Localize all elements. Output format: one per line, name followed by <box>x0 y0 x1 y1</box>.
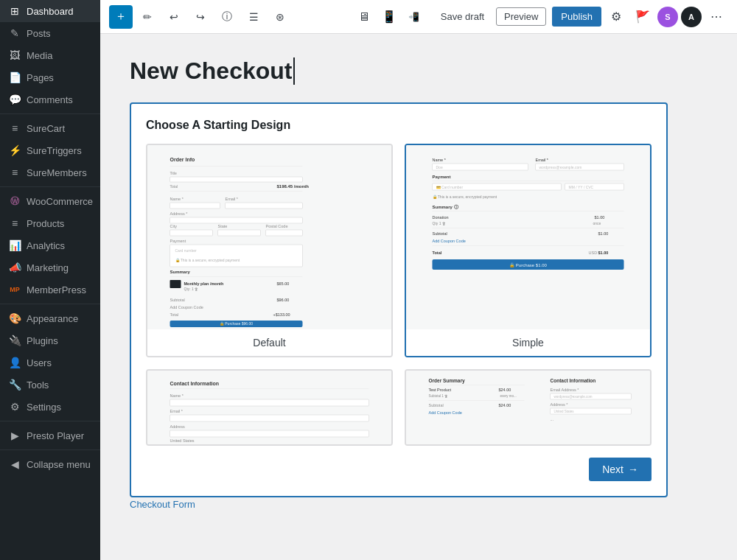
sidebar-item-suremembers[interactable]: ≡ SureMembers <box>0 161 100 183</box>
settings-panel-button[interactable]: ⚙ <box>604 5 628 29</box>
sidebar-item-appearance[interactable]: 🎨 Appearance <box>0 307 100 329</box>
redo-button[interactable]: ↪ <box>189 5 212 29</box>
svg-text:Order Info: Order Info <box>170 157 195 162</box>
sidebar-item-analytics[interactable]: 📊 Analytics <box>0 234 100 256</box>
publish-button[interactable]: Publish <box>552 7 601 27</box>
design-card-simple[interactable]: Name * Email * Doe wordpress@example.com… <box>405 144 652 357</box>
flag-icon: 🚩 <box>635 10 650 24</box>
undo-icon: ↩ <box>170 11 178 23</box>
pages-icon: 📄 <box>9 71 21 83</box>
sidebar-item-tools[interactable]: 🔧 Tools <box>0 374 100 396</box>
svg-text:Address: Address <box>170 424 185 429</box>
sidebar-item-presto-player[interactable]: ▶ Presto Player <box>0 424 100 447</box>
edit-mode-button[interactable]: ✏ <box>136 5 159 29</box>
sidebar-item-marketing[interactable]: 📣 Marketing <box>0 256 100 279</box>
tablet-icon: 📱 <box>382 10 397 24</box>
pattern-button[interactable]: ⊛ <box>268 5 292 29</box>
svg-text:Subtotal: Subtotal <box>433 231 447 236</box>
svg-rect-85 <box>429 400 525 401</box>
svg-rect-4 <box>170 177 303 182</box>
suretriggers-icon: ⚡ <box>9 144 21 156</box>
design-chooser-title: Choose A Starting Design <box>146 119 652 132</box>
svg-text:$1.00: $1.00 <box>595 215 605 220</box>
svg-rect-52 <box>433 211 624 211</box>
divider-4 <box>0 421 100 421</box>
page-title: New Checkout <box>130 57 295 85</box>
sidebar: ⊞ Dashboard ✎ Posts 🖼 Media 📄 Pages 💬 Co… <box>0 0 100 560</box>
svg-rect-40 <box>433 164 528 170</box>
design-card-3[interactable]: Contact Information Name * Email * Addre… <box>146 369 393 446</box>
undo-button[interactable]: ↩ <box>162 5 186 29</box>
svg-text:$24.00: $24.00 <box>499 403 511 407</box>
users-icon: 👤 <box>9 357 21 368</box>
add-block-button[interactable]: ＋ <box>109 5 133 29</box>
main-content: ＋ ✏ ↩ ↪ ⓘ ☰ ⊛ 🖥 📱 📲 <box>100 0 737 560</box>
design-card-3-preview: Contact Information Name * Email * Addre… <box>147 371 391 444</box>
design-card-4[interactable]: Order Summary Contact Information Test P… <box>405 369 652 446</box>
divider-3 <box>0 304 100 304</box>
sidebar-item-products[interactable]: ≡ Products <box>0 212 100 234</box>
surecart-icon: ≡ <box>9 122 21 134</box>
collapse-menu-icon: ◀ <box>9 458 21 470</box>
svg-text:🔒 This is a secure, encrypted: 🔒 This is a secure, encrypted payment <box>433 195 497 200</box>
list-view-button[interactable]: ☰ <box>242 5 265 29</box>
desktop-view-button[interactable]: 🖥 <box>352 5 376 29</box>
sidebar-item-surecart[interactable]: ≡ SureCart <box>0 117 100 139</box>
svg-text:Name *: Name * <box>433 158 447 162</box>
svg-text:Title: Title <box>170 171 177 175</box>
sidebar-item-posts[interactable]: ✎ Posts <box>0 22 100 44</box>
svg-rect-37 <box>418 145 639 329</box>
sidebar-item-collapse-menu[interactable]: ◀ Collapse menu <box>0 453 100 475</box>
simple-preview-svg: Name * Email * Doe wordpress@example.com… <box>406 145 650 329</box>
info-button[interactable]: ⓘ <box>215 5 239 29</box>
svg-text:Name *: Name * <box>170 197 184 201</box>
svg-rect-13 <box>170 217 303 223</box>
flag-button[interactable]: 🚩 <box>631 5 654 29</box>
dashboard-icon: ⊞ <box>9 5 21 17</box>
svg-text:Subtotal: Subtotal <box>170 298 185 302</box>
appearance-icon: 🎨 <box>9 312 21 324</box>
sidebar-item-memberpress[interactable]: MP MemberPress <box>0 279 100 301</box>
sidebar-item-settings[interactable]: ⚙ Settings <box>0 396 100 418</box>
sidebar-item-media[interactable]: 🖼 Media <box>0 44 100 66</box>
next-button[interactable]: Next → <box>589 458 652 481</box>
sidebar-item-users[interactable]: 👤 Users <box>0 351 100 374</box>
svg-text:Payment: Payment <box>433 175 451 179</box>
mobile-icon: 📲 <box>408 12 419 22</box>
svg-rect-80 <box>429 385 525 385</box>
design-card-simple-preview: Name * Email * Doe wordpress@example.com… <box>406 145 650 329</box>
desktop-icon: 🖥 <box>358 10 370 24</box>
sidebar-item-comments[interactable]: 💬 Comments <box>0 88 100 111</box>
svg-text:USD: USD <box>589 251 598 255</box>
sidebar-item-woocommerce[interactable]: Ⓦ WooCommerce <box>0 190 100 212</box>
svg-text:MM / YY / CVC: MM / YY / CVC <box>569 185 594 189</box>
svg-text:$1.00: $1.00 <box>598 231 609 236</box>
svg-rect-71 <box>170 399 369 406</box>
svg-rect-0 <box>159 145 380 329</box>
save-draft-button[interactable]: Save draft <box>435 8 490 25</box>
default-preview-svg: Order Info Title Total $198.45 /month Na… <box>147 145 391 329</box>
svg-rect-45 <box>433 181 624 181</box>
divider-5 <box>0 449 100 450</box>
edit-icon: ✏ <box>143 11 152 23</box>
mobile-view-button[interactable]: 📲 <box>402 5 426 29</box>
svg-text:...: ... <box>551 417 554 421</box>
svg-text:🔒 This is a secure, encrypted: 🔒 This is a secure, encrypted payment <box>175 258 240 263</box>
design3-preview-svg: Contact Information Name * Email * Addre… <box>147 371 391 444</box>
avatar-s[interactable]: S <box>657 7 678 27</box>
tablet-view-button[interactable]: 📱 <box>377 5 401 29</box>
sidebar-item-plugins[interactable]: 🔌 Plugins <box>0 329 100 351</box>
gear-icon: ⚙ <box>611 10 621 24</box>
svg-text:Subtotal 1 🗑: Subtotal 1 🗑 <box>429 394 449 398</box>
sidebar-item-suretriggers[interactable]: ⚡ SureTriggers <box>0 139 100 161</box>
svg-text:Summary ⓘ: Summary ⓘ <box>433 204 459 209</box>
sidebar-item-pages[interactable]: 📄 Pages <box>0 66 100 88</box>
memberpress-icon: MP <box>9 284 21 295</box>
checkout-form-link[interactable]: Checkout Form <box>130 499 195 510</box>
design-card-default[interactable]: Order Info Title Total $198.45 /month Na… <box>146 144 393 357</box>
sidebar-item-dashboard[interactable]: ⊞ Dashboard <box>0 0 100 22</box>
avatar-a[interactable]: A <box>681 7 702 27</box>
more-options-button[interactable]: ⋯ <box>705 5 728 29</box>
preview-button[interactable]: Preview <box>496 7 546 26</box>
analytics-icon: 📊 <box>9 239 21 251</box>
